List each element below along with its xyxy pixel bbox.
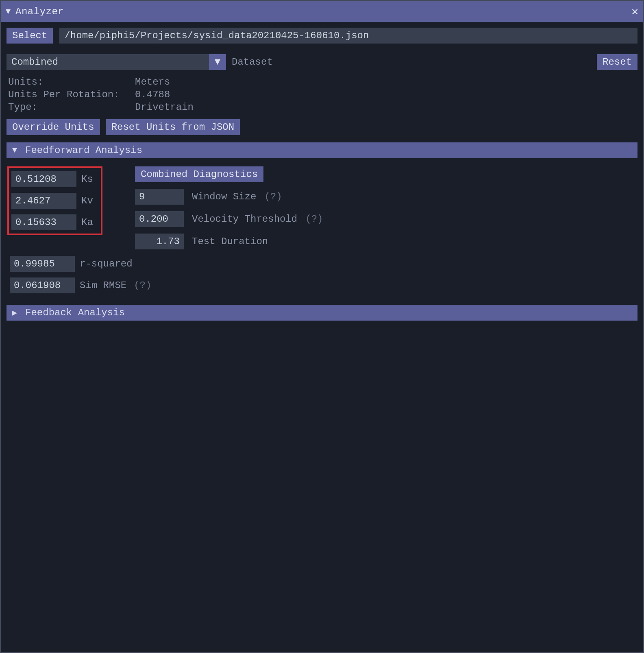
reset-units-json-button[interactable]: Reset Units from JSON <box>106 119 240 135</box>
dataset-combo-value: Combined <box>7 54 209 70</box>
sim-rmse-input[interactable] <box>10 277 75 293</box>
r-squared-input[interactable] <box>10 256 75 272</box>
ka-label: Ka <box>81 217 98 228</box>
chevron-down-icon[interactable]: ▼ <box>209 54 226 70</box>
analyzer-window: ▼ Analyzer ✕ Select Combined ▼ Dataset R… <box>0 0 644 653</box>
dataset-combo[interactable]: Combined ▼ <box>7 54 226 70</box>
reset-button[interactable]: Reset <box>597 54 637 70</box>
diagnostics-col: Combined Diagnostics Window Size (?) Vel… <box>135 166 323 249</box>
dataset-row: Combined ▼ Dataset Reset <box>7 54 637 70</box>
help-icon[interactable]: (?) <box>264 191 282 202</box>
feedforward-body: Ks Kv Ka Combined Diagnostics <box>7 162 637 297</box>
fit-metrics: r-squared Sim RMSE (?) <box>7 256 637 293</box>
file-row: Select <box>7 28 637 44</box>
window-title: Analyzer <box>15 6 631 17</box>
section-title: Feedback Analysis <box>25 307 125 318</box>
collapse-icon[interactable]: ▼ <box>12 146 17 155</box>
test-duration-input[interactable]: 1.73 <box>135 234 184 249</box>
ks-value-input[interactable] <box>11 171 76 187</box>
kv-value-input[interactable] <box>11 193 76 209</box>
text-selection: 7 <box>168 236 174 247</box>
ff-top: Ks Kv Ka Combined Diagnostics <box>7 166 637 249</box>
file-path-input[interactable] <box>59 28 637 44</box>
velocity-threshold-input[interactable] <box>135 211 184 227</box>
r-squared-row: r-squared <box>10 256 637 272</box>
velocity-threshold-row: Velocity Threshold (?) <box>135 211 323 227</box>
override-units-button[interactable]: Override Units <box>7 119 100 135</box>
window-body: Select Combined ▼ Dataset Reset Units: M… <box>1 22 643 652</box>
select-button[interactable]: Select <box>7 28 53 44</box>
dataset-label: Dataset <box>232 57 273 68</box>
kv-label: Kv <box>81 195 98 206</box>
feedforward-header[interactable]: ▼ Feedforward Analysis <box>7 142 637 158</box>
upr-value: 0.4788 <box>135 89 636 100</box>
close-icon[interactable]: ✕ <box>631 4 638 18</box>
window-size-row: Window Size (?) <box>135 189 323 205</box>
window-size-label: Window Size <box>192 191 256 202</box>
gain-row-kv: Kv <box>11 193 98 209</box>
expand-icon[interactable]: ▶ <box>12 308 17 318</box>
velocity-threshold-label: Velocity Threshold <box>192 214 297 225</box>
test-duration-label: Test Duration <box>192 236 268 247</box>
help-icon[interactable]: (?) <box>305 214 323 225</box>
help-icon[interactable]: (?) <box>134 280 151 291</box>
units-buttons-row: Override Units Reset Units from JSON <box>7 119 637 135</box>
units-value: Meters <box>135 76 636 87</box>
upr-label: Units Per Rotation: <box>8 89 134 100</box>
info-grid: Units: Meters Units Per Rotation: 0.4788… <box>7 74 637 115</box>
test-duration-row: 1.73 Test Duration <box>135 234 323 249</box>
gains-highlight-box: Ks Kv Ka <box>7 166 102 235</box>
type-label: Type: <box>8 102 134 113</box>
collapse-icon[interactable]: ▼ <box>6 7 11 16</box>
feedback-header[interactable]: ▶ Feedback Analysis <box>7 305 637 321</box>
units-label: Units: <box>8 76 134 87</box>
combined-diagnostics-button[interactable]: Combined Diagnostics <box>135 166 263 182</box>
r-squared-label: r-squared <box>80 258 133 269</box>
section-title: Feedforward Analysis <box>25 145 142 156</box>
sim-rmse-label: Sim RMSE <box>80 280 126 291</box>
sim-rmse-row: Sim RMSE (?) <box>10 277 637 293</box>
window-size-input[interactable] <box>135 189 184 205</box>
gain-row-ks: Ks <box>11 171 98 187</box>
ka-value-input[interactable] <box>11 214 76 230</box>
titlebar[interactable]: ▼ Analyzer ✕ <box>1 1 643 22</box>
gain-row-ka: Ka <box>11 214 98 230</box>
type-value: Drivetrain <box>135 102 636 113</box>
ks-label: Ks <box>81 174 98 185</box>
